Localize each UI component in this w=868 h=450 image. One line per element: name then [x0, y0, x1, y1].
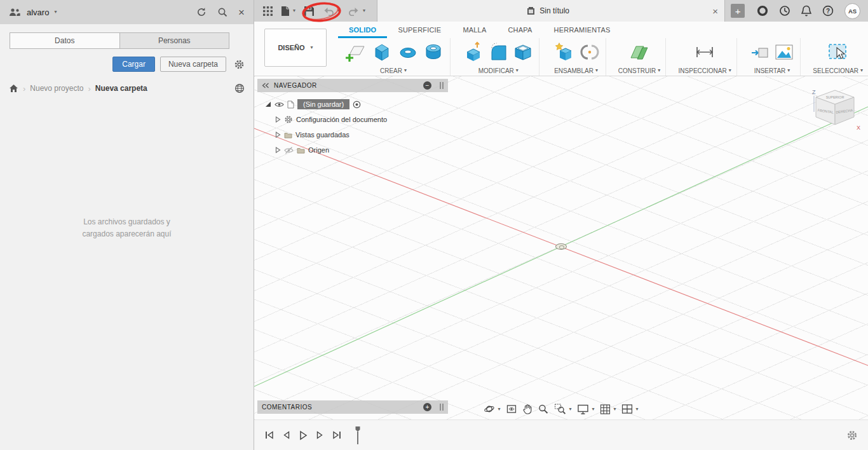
joint-button[interactable] — [579, 42, 600, 62]
insertar-dropdown[interactable]: INSERTAR▾ — [754, 66, 790, 75]
inspeccionar-dropdown[interactable]: INSPECCIONAR▾ — [679, 66, 731, 75]
tab-personas[interactable]: Personas — [119, 33, 229, 48]
search-icon[interactable] — [217, 7, 227, 17]
tree-row-document-settings[interactable]: Configuración del documento — [257, 112, 448, 127]
collapse-panel-icon[interactable] — [262, 83, 269, 88]
zoom-window-button[interactable]: ▾ — [554, 404, 571, 414]
grid-snaps-button[interactable]: ▾ — [600, 404, 616, 414]
ribbon-tabs: SOLIDO SUPERFICIE MALLA CHAPA HERRAMIENT… — [338, 22, 621, 38]
tab-herramientas[interactable]: HERRAMIENTAS — [543, 22, 621, 38]
minimize-panel-icon[interactable]: − — [423, 81, 431, 90]
new-component-button[interactable] — [552, 41, 576, 63]
go-to-end-button[interactable] — [332, 430, 342, 440]
bell-icon[interactable] — [801, 5, 811, 17]
close-panel-icon[interactable]: × — [238, 7, 245, 18]
create-sketch-button[interactable] — [342, 40, 367, 64]
zoom-button[interactable] — [538, 404, 548, 414]
help-icon[interactable]: ? — [822, 5, 834, 17]
panel-drag-grip[interactable] — [440, 404, 444, 411]
job-status-icon[interactable] — [757, 5, 768, 17]
modificar-dropdown[interactable]: MODIFICAR▾ — [478, 66, 519, 75]
expand-closed-icon[interactable] — [275, 116, 281, 123]
extrude-button[interactable] — [370, 41, 394, 64]
ensamblar-dropdown[interactable]: ENSAMBLAR▾ — [554, 66, 598, 75]
user-menu[interactable]: alvaro ▾ — [27, 8, 57, 17]
fillet-button[interactable] — [488, 41, 510, 63]
tab-datos[interactable]: Datos — [10, 33, 119, 48]
look-at-button[interactable] — [506, 404, 517, 414]
visibility-off-eye-icon[interactable] — [284, 147, 294, 154]
refresh-icon[interactable] — [196, 7, 207, 17]
chevron-right-icon: › — [23, 84, 25, 93]
orbit-button[interactable]: ▾ — [484, 404, 500, 414]
caret-down-icon: ▾ — [498, 407, 500, 412]
caret-down-icon: ▾ — [636, 407, 639, 412]
pan-hand-button[interactable] — [522, 404, 532, 414]
insert-image-button[interactable] — [773, 43, 795, 62]
expand-closed-icon[interactable] — [275, 147, 281, 153]
caret-down-icon: ▾ — [658, 68, 660, 73]
new-tab-button[interactable]: + — [731, 4, 745, 18]
ribbon-group-insertar: INSERTAR▾ — [744, 38, 801, 76]
construction-plane-button[interactable] — [628, 42, 651, 62]
tree-row-named-views[interactable]: Vistas guardadas — [257, 127, 448, 142]
ribbon-group-construir: CONSTRUIR▾ — [613, 38, 666, 76]
home-icon[interactable] — [9, 84, 18, 93]
tab-superficie[interactable]: SUPERFICIE — [387, 22, 452, 38]
crear-dropdown[interactable]: CREAR▾ — [380, 66, 407, 75]
new-folder-button[interactable]: Nueva carpeta — [160, 57, 226, 72]
add-comment-icon[interactable]: + — [423, 403, 431, 411]
tree-row-root[interactable]: (Sin guardar) — [257, 97, 448, 112]
step-forward-button[interactable] — [316, 430, 324, 440]
revolve-button[interactable] — [397, 41, 419, 63]
go-to-start-button[interactable] — [264, 430, 274, 440]
step-back-button[interactable] — [282, 430, 290, 440]
play-button[interactable] — [299, 430, 308, 440]
shell-button[interactable] — [512, 42, 534, 62]
origin-marker[interactable] — [555, 243, 567, 250]
caret-down-icon: ▾ — [595, 68, 598, 73]
save-button[interactable] — [304, 6, 315, 17]
insert-derive-button[interactable] — [749, 42, 771, 62]
avatar[interactable]: AS — [844, 3, 860, 19]
visibility-eye-icon[interactable] — [275, 101, 284, 108]
tab-malla[interactable]: MALLA — [452, 22, 497, 38]
press-pull-button[interactable] — [463, 41, 485, 64]
measure-button[interactable] — [693, 42, 717, 62]
document-root-label[interactable]: (Sin guardar) — [297, 99, 349, 109]
breadcrumb-project[interactable]: Nuevo proyecto — [30, 84, 83, 93]
globe-icon[interactable] — [234, 83, 245, 93]
tree-row-origin[interactable]: Origen — [257, 142, 448, 158]
expand-closed-icon[interactable] — [275, 132, 281, 138]
document-tab[interactable]: Sin título × — [377, 0, 725, 22]
upload-button[interactable]: Cargar — [112, 57, 155, 72]
viewports-button[interactable]: ▾ — [622, 404, 639, 414]
settings-gear-icon[interactable] — [234, 59, 245, 70]
panel-drag-grip[interactable] — [440, 82, 444, 89]
activate-radio-icon[interactable] — [353, 100, 361, 109]
timeline-settings-gear-icon[interactable] — [846, 430, 858, 441]
tab-close-icon[interactable]: × — [712, 6, 718, 16]
navigator-header: NAVEGADOR − — [257, 79, 448, 92]
breadcrumb-folder[interactable]: Nueva carpeta — [95, 84, 147, 93]
timeline-position-marker[interactable] — [354, 425, 362, 446]
select-button[interactable] — [826, 41, 850, 63]
viewport-canvas[interactable]: Z SUPERIOR FRONTAL DERECHA X NA — [254, 76, 868, 419]
view-cube[interactable]: Z SUPERIOR FRONTAL DERECHA X — [803, 85, 862, 135]
tab-solido[interactable]: SOLIDO — [338, 22, 387, 38]
construir-dropdown[interactable]: CONSTRUIR▾ — [618, 66, 660, 75]
file-menu-button[interactable]: ▾ — [281, 6, 295, 17]
data-panel-tabs: Datos Personas — [10, 32, 229, 49]
empty-state-line1: Los archivos guardados y — [0, 216, 254, 228]
tab-chapa[interactable]: CHAPA — [497, 22, 543, 38]
app-grid-icon[interactable] — [263, 6, 273, 16]
seleccionar-dropdown[interactable]: SELECCIONAR▾ — [813, 66, 863, 75]
cylinder-button[interactable] — [422, 41, 445, 63]
expand-open-icon[interactable] — [265, 101, 271, 107]
redo-button[interactable]: ▾ — [348, 6, 365, 16]
undo-button[interactable]: ▾ — [323, 6, 340, 16]
display-settings-button[interactable]: ▾ — [577, 404, 594, 414]
workspace-selector[interactable]: DISEÑO ▾ — [264, 29, 327, 67]
clock-icon[interactable] — [779, 5, 790, 17]
team-icon[interactable] — [9, 8, 20, 17]
